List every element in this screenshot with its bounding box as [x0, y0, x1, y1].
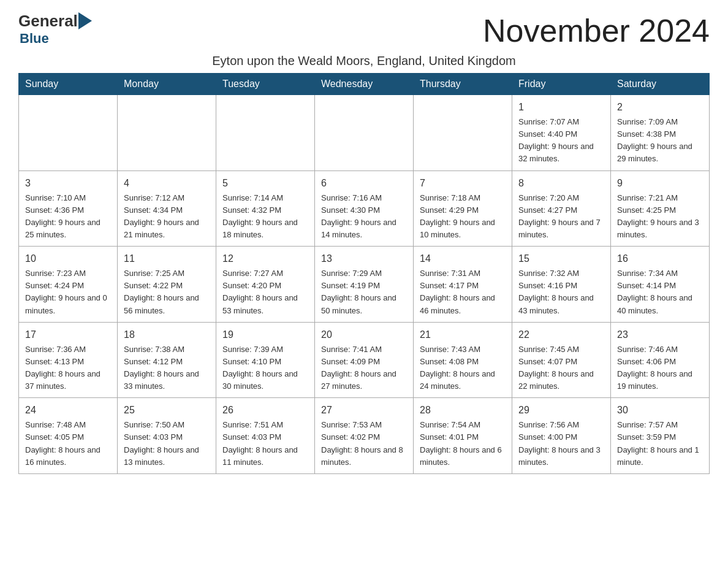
day-info: Sunrise: 7:45 AMSunset: 4:07 PMDaylight:…	[518, 343, 604, 393]
calendar-cell-3-1: 10Sunrise: 7:23 AMSunset: 4:24 PMDayligh…	[19, 247, 118, 323]
col-header-sunday: Sunday	[19, 74, 118, 95]
day-info: Sunrise: 7:43 AMSunset: 4:08 PMDaylight:…	[420, 343, 506, 393]
calendar-cell-2-2: 4Sunrise: 7:12 AMSunset: 4:34 PMDaylight…	[118, 170, 216, 247]
col-header-tuesday: Tuesday	[216, 74, 315, 95]
day-number: 14	[420, 251, 506, 266]
calendar-cell-4-2: 18Sunrise: 7:38 AMSunset: 4:12 PMDayligh…	[118, 322, 216, 398]
day-info: Sunrise: 7:34 AMSunset: 4:14 PMDaylight:…	[617, 267, 703, 317]
month-title: November 2024	[483, 12, 710, 49]
calendar-header-row: Sunday Monday Tuesday Wednesday Thursday…	[19, 74, 710, 95]
calendar-cell-5-5: 28Sunrise: 7:54 AMSunset: 4:01 PMDayligh…	[414, 398, 512, 474]
calendar-cell-5-1: 24Sunrise: 7:48 AMSunset: 4:05 PMDayligh…	[19, 398, 118, 474]
day-number: 7	[420, 176, 506, 191]
day-number: 25	[124, 403, 210, 418]
day-number: 22	[518, 327, 604, 342]
calendar-cell-4-3: 19Sunrise: 7:39 AMSunset: 4:10 PMDayligh…	[216, 322, 315, 398]
calendar-cell-1-7: 2Sunrise: 7:09 AMSunset: 4:38 PMDaylight…	[611, 95, 710, 171]
day-number: 17	[25, 327, 111, 342]
calendar-cell-5-3: 26Sunrise: 7:51 AMSunset: 4:03 PMDayligh…	[216, 398, 315, 474]
col-header-saturday: Saturday	[611, 74, 710, 95]
day-number: 20	[321, 327, 407, 342]
day-number: 6	[321, 176, 407, 191]
svg-marker-0	[78, 12, 92, 29]
day-number: 12	[222, 251, 308, 266]
day-info: Sunrise: 7:16 AMSunset: 4:30 PMDaylight:…	[321, 192, 407, 242]
col-header-monday: Monday	[118, 74, 216, 95]
calendar-cell-4-4: 20Sunrise: 7:41 AMSunset: 4:09 PMDayligh…	[315, 322, 414, 398]
day-number: 27	[321, 403, 407, 418]
day-number: 2	[617, 100, 703, 115]
calendar-cell-5-7: 30Sunrise: 7:57 AMSunset: 3:59 PMDayligh…	[611, 398, 710, 474]
day-info: Sunrise: 7:38 AMSunset: 4:12 PMDaylight:…	[124, 343, 210, 393]
calendar-cell-5-4: 27Sunrise: 7:53 AMSunset: 4:02 PMDayligh…	[315, 398, 414, 474]
calendar-cell-3-2: 11Sunrise: 7:25 AMSunset: 4:22 PMDayligh…	[118, 247, 216, 323]
calendar-cell-1-1	[19, 95, 118, 171]
day-number: 26	[222, 403, 308, 418]
logo-arrow-icon	[78, 12, 93, 29]
day-number: 4	[124, 176, 210, 191]
calendar-cell-1-3	[216, 95, 315, 171]
day-info: Sunrise: 7:31 AMSunset: 4:17 PMDaylight:…	[420, 267, 506, 317]
day-info: Sunrise: 7:18 AMSunset: 4:29 PMDaylight:…	[420, 192, 506, 242]
calendar-cell-2-1: 3Sunrise: 7:10 AMSunset: 4:36 PMDaylight…	[19, 170, 118, 247]
calendar-cell-3-5: 14Sunrise: 7:31 AMSunset: 4:17 PMDayligh…	[414, 247, 512, 323]
day-number: 13	[321, 251, 407, 266]
logo-text: General	[18, 12, 93, 29]
day-info: Sunrise: 7:46 AMSunset: 4:06 PMDaylight:…	[617, 343, 703, 393]
calendar-cell-5-2: 25Sunrise: 7:50 AMSunset: 4:03 PMDayligh…	[118, 398, 216, 474]
location-title: Eyton upon the Weald Moors, England, Uni…	[18, 54, 710, 68]
day-info: Sunrise: 7:32 AMSunset: 4:16 PMDaylight:…	[518, 267, 604, 317]
calendar-week-row-3: 10Sunrise: 7:23 AMSunset: 4:24 PMDayligh…	[19, 247, 710, 323]
day-info: Sunrise: 7:20 AMSunset: 4:27 PMDaylight:…	[518, 192, 604, 242]
calendar-cell-1-5	[414, 95, 512, 171]
calendar-cell-3-7: 16Sunrise: 7:34 AMSunset: 4:14 PMDayligh…	[611, 247, 710, 323]
logo-blue-text: Blue	[20, 31, 49, 47]
logo-general-text: General	[18, 13, 78, 29]
calendar-week-row-2: 3Sunrise: 7:10 AMSunset: 4:36 PMDaylight…	[19, 170, 710, 247]
calendar-cell-5-6: 29Sunrise: 7:56 AMSunset: 4:00 PMDayligh…	[512, 398, 611, 474]
day-number: 1	[518, 100, 604, 115]
day-info: Sunrise: 7:53 AMSunset: 4:02 PMDaylight:…	[321, 419, 407, 469]
day-info: Sunrise: 7:29 AMSunset: 4:19 PMDaylight:…	[321, 267, 407, 317]
calendar-cell-4-1: 17Sunrise: 7:36 AMSunset: 4:13 PMDayligh…	[19, 322, 118, 398]
day-number: 24	[25, 403, 111, 418]
day-number: 10	[25, 251, 111, 266]
calendar-cell-2-7: 9Sunrise: 7:21 AMSunset: 4:25 PMDaylight…	[611, 170, 710, 247]
calendar-week-row-4: 17Sunrise: 7:36 AMSunset: 4:13 PMDayligh…	[19, 322, 710, 398]
day-info: Sunrise: 7:12 AMSunset: 4:34 PMDaylight:…	[124, 192, 210, 242]
day-number: 29	[518, 403, 604, 418]
page-header: General Blue November 2024	[18, 12, 710, 49]
day-number: 19	[222, 327, 308, 342]
day-number: 21	[420, 327, 506, 342]
calendar-cell-1-4	[315, 95, 414, 171]
day-info: Sunrise: 7:50 AMSunset: 4:03 PMDaylight:…	[124, 419, 210, 469]
col-header-thursday: Thursday	[414, 74, 512, 95]
day-info: Sunrise: 7:51 AMSunset: 4:03 PMDaylight:…	[222, 419, 308, 469]
day-info: Sunrise: 7:14 AMSunset: 4:32 PMDaylight:…	[222, 192, 308, 242]
calendar-cell-3-3: 12Sunrise: 7:27 AMSunset: 4:20 PMDayligh…	[216, 247, 315, 323]
day-number: 30	[617, 403, 703, 418]
logo: General Blue	[18, 12, 93, 47]
day-info: Sunrise: 7:56 AMSunset: 4:00 PMDaylight:…	[518, 419, 604, 469]
calendar-cell-3-4: 13Sunrise: 7:29 AMSunset: 4:19 PMDayligh…	[315, 247, 414, 323]
calendar-cell-4-7: 23Sunrise: 7:46 AMSunset: 4:06 PMDayligh…	[611, 322, 710, 398]
day-number: 11	[124, 251, 210, 266]
day-number: 23	[617, 327, 703, 342]
day-info: Sunrise: 7:25 AMSunset: 4:22 PMDaylight:…	[124, 267, 210, 317]
calendar-cell-2-6: 8Sunrise: 7:20 AMSunset: 4:27 PMDaylight…	[512, 170, 611, 247]
day-number: 28	[420, 403, 506, 418]
calendar-week-row-5: 24Sunrise: 7:48 AMSunset: 4:05 PMDayligh…	[19, 398, 710, 474]
day-info: Sunrise: 7:10 AMSunset: 4:36 PMDaylight:…	[25, 192, 111, 242]
day-info: Sunrise: 7:57 AMSunset: 3:59 PMDaylight:…	[617, 419, 703, 469]
calendar-cell-2-4: 6Sunrise: 7:16 AMSunset: 4:30 PMDaylight…	[315, 170, 414, 247]
calendar-cell-2-3: 5Sunrise: 7:14 AMSunset: 4:32 PMDaylight…	[216, 170, 315, 247]
calendar-cell-2-5: 7Sunrise: 7:18 AMSunset: 4:29 PMDaylight…	[414, 170, 512, 247]
day-info: Sunrise: 7:48 AMSunset: 4:05 PMDaylight:…	[25, 419, 111, 469]
calendar-cell-4-6: 22Sunrise: 7:45 AMSunset: 4:07 PMDayligh…	[512, 322, 611, 398]
calendar-cell-4-5: 21Sunrise: 7:43 AMSunset: 4:08 PMDayligh…	[414, 322, 512, 398]
calendar-week-row-1: 1Sunrise: 7:07 AMSunset: 4:40 PMDaylight…	[19, 95, 710, 171]
day-info: Sunrise: 7:21 AMSunset: 4:25 PMDaylight:…	[617, 192, 703, 242]
day-number: 18	[124, 327, 210, 342]
day-info: Sunrise: 7:07 AMSunset: 4:40 PMDaylight:…	[518, 116, 604, 166]
day-number: 5	[222, 176, 308, 191]
